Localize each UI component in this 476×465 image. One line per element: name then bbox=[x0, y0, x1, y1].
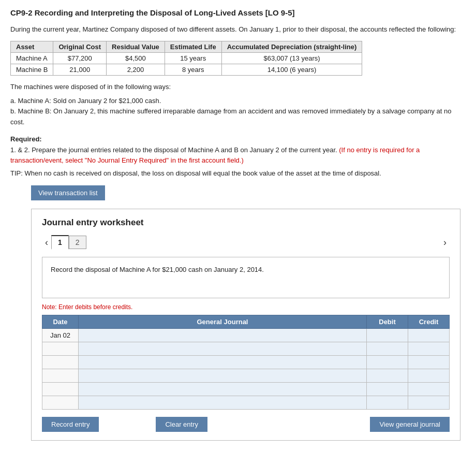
debit-input[interactable] bbox=[370, 385, 405, 393]
instruction-box: Record the disposal of Machine A for $21… bbox=[42, 257, 450, 298]
journal-entry-cell[interactable] bbox=[79, 383, 367, 396]
debit-input[interactable] bbox=[370, 345, 405, 353]
view-transaction-button[interactable]: View transaction list bbox=[31, 185, 105, 200]
journal-row bbox=[42, 396, 450, 410]
tab-navigation: ‹ 1 2 › bbox=[42, 235, 450, 250]
journal-date-cell bbox=[42, 356, 79, 369]
record-entry-button[interactable]: Record entry bbox=[42, 417, 99, 432]
page-title: CP9-2 Recording and Interpreting the Dis… bbox=[10, 8, 466, 17]
tab-1[interactable]: 1 bbox=[51, 235, 69, 250]
tab-prev-arrow[interactable]: ‹ bbox=[42, 237, 51, 248]
disposal-items: a. Machine A: Sold on January 2 for $21,… bbox=[10, 96, 466, 128]
credit-cell[interactable] bbox=[408, 369, 450, 383]
instruction-text: Record the disposal of Machine A for $21… bbox=[51, 265, 441, 275]
journal-entry-input[interactable] bbox=[82, 372, 363, 380]
journal-entry-cell[interactable] bbox=[79, 356, 367, 369]
journal-row bbox=[42, 342, 450, 356]
tip-text: TIP: When no cash is received on disposa… bbox=[10, 168, 466, 179]
required-text: 1. & 2. Prepare the journal entries rela… bbox=[10, 145, 466, 167]
journal-entry-input[interactable] bbox=[82, 331, 363, 339]
machine-a-life: 15 years bbox=[165, 52, 221, 64]
journal-entry-cell[interactable] bbox=[79, 396, 367, 410]
credit-cell[interactable] bbox=[408, 342, 450, 356]
required-label: Required: bbox=[10, 135, 42, 143]
journal-entry-cell[interactable] bbox=[79, 329, 367, 342]
journal-date-cell bbox=[42, 369, 79, 383]
table-row: Machine A $77,200 $4,500 15 years $63,00… bbox=[11, 52, 362, 64]
journal-table: Date General Journal Debit Credit Jan 02 bbox=[42, 315, 450, 410]
credit-input[interactable] bbox=[411, 399, 446, 406]
journal-row bbox=[42, 369, 450, 383]
journal-entry-input[interactable] bbox=[82, 358, 363, 366]
tab-next-arrow[interactable]: › bbox=[440, 237, 450, 248]
machine-a-cost: $77,200 bbox=[53, 52, 107, 64]
credit-input[interactable] bbox=[411, 372, 446, 380]
worksheet-title: Journal entry worksheet bbox=[42, 217, 450, 228]
col-residual-value: Residual Value bbox=[107, 41, 165, 52]
credit-input[interactable] bbox=[411, 331, 446, 339]
journal-entry-input[interactable] bbox=[82, 399, 363, 406]
button-row: Record entry Clear entry View general jo… bbox=[42, 417, 450, 432]
col-estimated-life: Estimated Life bbox=[165, 41, 221, 52]
journal-row bbox=[42, 356, 450, 369]
col-asset: Asset bbox=[11, 41, 53, 52]
debit-input[interactable] bbox=[370, 358, 405, 366]
debit-cell[interactable] bbox=[367, 383, 408, 396]
machine-b-label: Machine B bbox=[11, 64, 53, 75]
view-general-journal-button[interactable]: View general journal bbox=[370, 417, 450, 432]
journal-entry-cell[interactable] bbox=[79, 342, 367, 356]
disposal-text: The machines were disposed of in the fol… bbox=[10, 83, 466, 91]
credit-cell[interactable] bbox=[408, 383, 450, 396]
journal-entry-input[interactable] bbox=[82, 345, 363, 353]
credit-cell[interactable] bbox=[408, 329, 450, 342]
credit-cell[interactable] bbox=[408, 356, 450, 369]
note-text: Note: Enter debits before credits. bbox=[42, 303, 450, 311]
disposal-item-b: b. Machine B: On January 2, this machine… bbox=[10, 106, 466, 128]
journal-row bbox=[42, 383, 450, 396]
machine-a-residual: $4,500 bbox=[107, 52, 165, 64]
col-original-cost: Original Cost bbox=[53, 41, 107, 52]
journal-date-cell bbox=[42, 383, 79, 396]
credit-input[interactable] bbox=[411, 385, 446, 393]
machine-a-depr: $63,007 (13 years) bbox=[221, 52, 362, 64]
journal-date-cell: Jan 02 bbox=[42, 329, 79, 342]
machine-b-cost: 21,000 bbox=[53, 64, 107, 75]
th-general-journal: General Journal bbox=[79, 315, 367, 329]
journal-date-cell bbox=[42, 342, 79, 356]
debit-input[interactable] bbox=[370, 399, 405, 406]
journal-entry-input[interactable] bbox=[82, 385, 363, 393]
th-date: Date bbox=[42, 315, 79, 329]
journal-date-cell bbox=[42, 396, 79, 410]
debit-cell[interactable] bbox=[367, 329, 408, 342]
th-credit: Credit bbox=[408, 315, 450, 329]
debit-cell[interactable] bbox=[367, 369, 408, 383]
th-debit: Debit bbox=[367, 315, 408, 329]
disposal-item-a: a. Machine A: Sold on January 2 for $21,… bbox=[10, 96, 466, 107]
debit-cell[interactable] bbox=[367, 342, 408, 356]
journal-entry-cell[interactable] bbox=[79, 369, 367, 383]
clear-entry-button[interactable]: Clear entry bbox=[156, 417, 207, 432]
col-accum-depr: Accumulated Depreciation (straight-line) bbox=[221, 41, 362, 52]
journal-row: Jan 02 bbox=[42, 329, 450, 342]
debit-input[interactable] bbox=[370, 331, 405, 339]
machine-a-label: Machine A bbox=[11, 52, 53, 64]
machine-b-depr: 14,100 (6 years) bbox=[221, 64, 362, 75]
machine-b-residual: 2,200 bbox=[107, 64, 165, 75]
credit-cell[interactable] bbox=[408, 396, 450, 410]
machine-b-life: 8 years bbox=[165, 64, 221, 75]
credit-input[interactable] bbox=[411, 358, 446, 366]
intro-text: During the current year, Martinez Compan… bbox=[10, 24, 466, 35]
required-section: Required: 1. & 2. Prepare the journal en… bbox=[10, 134, 466, 179]
tab-2[interactable]: 2 bbox=[69, 236, 86, 249]
worksheet-container: Journal entry worksheet ‹ 1 2 › Record t… bbox=[31, 209, 460, 441]
credit-input[interactable] bbox=[411, 345, 446, 353]
asset-table: Asset Original Cost Residual Value Estim… bbox=[10, 41, 362, 76]
debit-cell[interactable] bbox=[367, 356, 408, 369]
debit-cell[interactable] bbox=[367, 396, 408, 410]
table-row: Machine B 21,000 2,200 8 years 14,100 (6… bbox=[11, 64, 362, 75]
debit-input[interactable] bbox=[370, 372, 405, 380]
